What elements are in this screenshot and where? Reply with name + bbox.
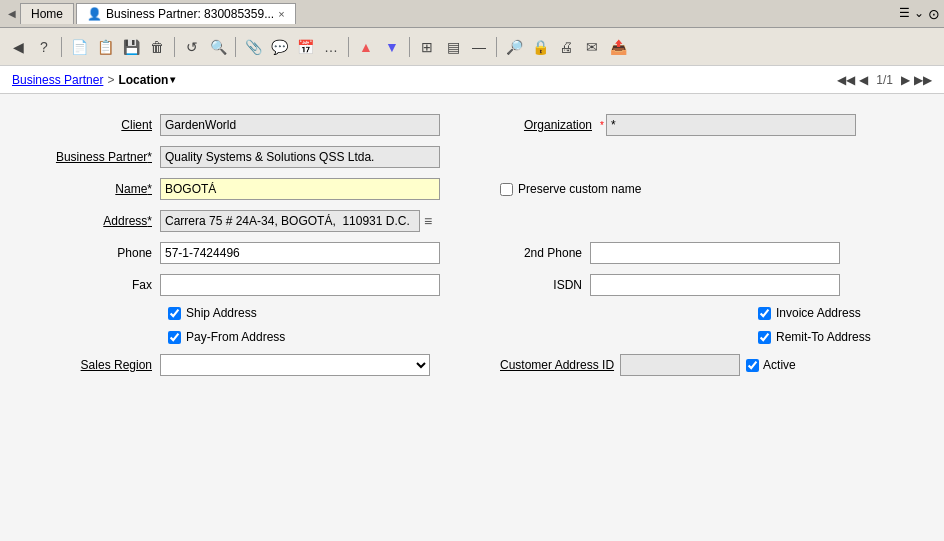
sep1 [61,37,62,57]
address-label[interactable]: Address [30,214,160,228]
zoom-toolbar-btn[interactable]: 🔎 [502,35,526,59]
breadcrumb-parent[interactable]: Business Partner [12,73,103,87]
toolbar: ◀ ? 📄 📋 💾 🗑 ↺ 🔍 📎 💬 📅 … ▲ ▼ ⊞ ▤ — 🔎 🔒 🖨 … [0,28,944,66]
save-toolbar-btn[interactable]: 💾 [119,35,143,59]
client-col: Client [30,114,500,136]
form-section: Client Organization * Business Partner N… [30,114,914,376]
copy-toolbar-btn[interactable]: 📋 [93,35,117,59]
client-label[interactable]: Client [30,118,160,132]
customer-id-col: Customer Address ID Active [500,354,796,376]
breadcrumb-current-label: Location [118,73,168,87]
pay-from-col: Pay-From Address [168,330,638,344]
phone-col: Phone [30,242,500,264]
pay-from-checkbox[interactable] [168,331,181,344]
grid-toolbar-btn[interactable]: ⊞ [415,35,439,59]
second-phone-input[interactable] [590,242,840,264]
sales-region-col: Sales Region [30,354,500,376]
org-input[interactable] [606,114,856,136]
down-toolbar-btn[interactable]: ▼ [380,35,404,59]
main-content: Client Organization * Business Partner N… [0,94,944,541]
isdn-label: ISDN [500,278,590,292]
customer-id-input[interactable] [620,354,740,376]
address-input[interactable] [160,210,420,232]
tab-collapse-btn[interactable]: ⌄ [914,6,924,22]
address-row: Address ≡ [30,210,914,232]
tab-menu-btn[interactable]: ☰ [899,6,910,22]
remit-to-col: Remit-To Address [758,330,871,344]
remit-to-checkbox[interactable] [758,331,771,344]
tab-close-button[interactable]: × [278,8,284,20]
attach-toolbar-btn[interactable]: 📎 [241,35,265,59]
active-label: Active [763,358,796,372]
history-toolbar-btn[interactable]: 📅 [293,35,317,59]
ship-address-label: Ship Address [186,306,257,320]
phone-label[interactable]: Phone [30,246,160,260]
fax-isdn-row: Fax ISDN [30,274,914,296]
find-toolbar-btn[interactable]: 🔍 [206,35,230,59]
customer-id-label[interactable]: Customer Address ID [500,358,620,372]
nav-last-btn[interactable]: ▶▶ [914,73,932,87]
tab-scroll-left[interactable]: ◀ [4,6,20,22]
back-toolbar-btn[interactable]: ◀ [6,35,30,59]
up-toolbar-btn[interactable]: ▲ [354,35,378,59]
bp-input[interactable] [160,146,440,168]
ship-invoice-row: Ship Address Invoice Address [168,306,914,320]
refresh-toolbar-btn[interactable]: ↺ [180,35,204,59]
phone-input[interactable] [160,242,440,264]
org-label[interactable]: Organization [500,118,600,132]
fax-label[interactable]: Fax [30,278,160,292]
name-label[interactable]: Name [30,182,160,196]
help-toolbar-btn[interactable]: ? [32,35,56,59]
chat-toolbar-btn[interactable]: 💬 [267,35,291,59]
print-toolbar-btn[interactable]: 🖨 [554,35,578,59]
quick-toolbar-btn[interactable]: — [467,35,491,59]
client-input[interactable] [160,114,440,136]
email-toolbar-btn[interactable]: ✉ [580,35,604,59]
nav-page-info: 1/1 [876,73,893,87]
sep6 [496,37,497,57]
sep5 [409,37,410,57]
form-toolbar-btn[interactable]: ▤ [441,35,465,59]
preserve-custom-name-checkbox[interactable] [500,183,513,196]
sep4 [348,37,349,57]
bp-row: Business Partner [30,146,914,168]
breadcrumb: Business Partner > Location ▾ [12,73,175,87]
ship-address-checkbox[interactable] [168,307,181,320]
name-col: Name [30,178,500,200]
second-phone-label: 2nd Phone [500,246,590,260]
breadcrumb-separator: > [107,73,114,87]
address-icon-btn[interactable]: ≡ [424,213,432,229]
nav-next-btn[interactable]: ▶ [901,73,910,87]
tab-bar: ◀ Home 👤 Business Partner: 830085359... … [0,0,944,28]
fax-input[interactable] [160,274,440,296]
breadcrumb-dropdown-icon[interactable]: ▾ [170,74,175,85]
bp-label[interactable]: Business Partner [30,150,160,164]
export-toolbar-btn[interactable]: 📤 [606,35,630,59]
name-input[interactable] [160,178,440,200]
tab-active-label: Business Partner: 830085359... [106,7,274,21]
pay-remit-row: Pay-From Address Remit-To Address [168,330,914,344]
address-field-group: ≡ [160,210,432,232]
invoice-address-checkbox[interactable] [758,307,771,320]
lock-toolbar-btn[interactable]: 🔒 [528,35,552,59]
new-toolbar-btn[interactable]: 📄 [67,35,91,59]
pay-from-label: Pay-From Address [186,330,285,344]
active-checkbox[interactable] [746,359,759,372]
org-col: Organization * [500,114,856,136]
tab-active[interactable]: 👤 Business Partner: 830085359... × [76,3,296,24]
nav-prev-btn[interactable]: ◀ [859,73,868,87]
phone-row: Phone 2nd Phone [30,242,914,264]
sep3 [235,37,236,57]
sep2 [174,37,175,57]
invoice-address-label: Invoice Address [776,306,861,320]
isdn-input[interactable] [590,274,840,296]
tab-controls: ☰ ⌄ ⊙ [899,6,940,22]
name-preserve-row: Name Preserve custom name [30,178,914,200]
delete-toolbar-btn[interactable]: 🗑 [145,35,169,59]
nav-first-btn[interactable]: ◀◀ [837,73,855,87]
sales-region-select[interactable] [160,354,430,376]
breadcrumb-bar: Business Partner > Location ▾ ◀◀ ◀ 1/1 ▶… [0,66,944,94]
more-toolbar-btn[interactable]: … [319,35,343,59]
tab-home[interactable]: Home [20,3,74,24]
sales-region-label[interactable]: Sales Region [30,358,160,372]
